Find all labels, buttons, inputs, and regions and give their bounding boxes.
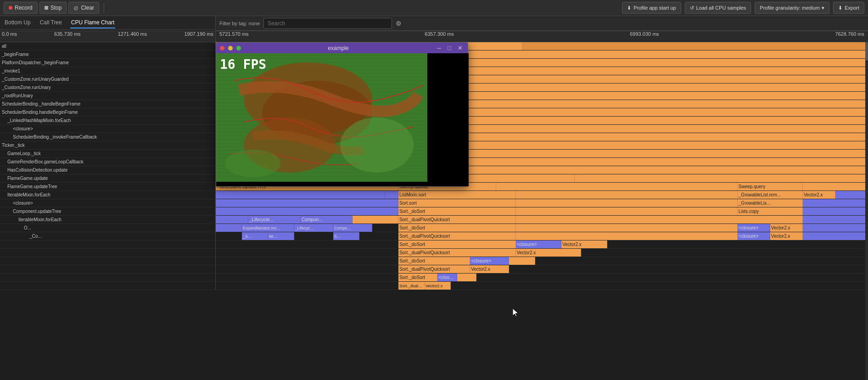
bar-vector2[interactable]: Vector2.x <box>770 224 803 232</box>
row-chart[interactable]: ListMixin.sort _GrowableList.rem... Vect… <box>216 191 868 199</box>
toolbar: Record Stop ⊘ Clear ⬇ Profile app start … <box>0 0 868 16</box>
bar[interactable] <box>216 199 398 207</box>
bar[interactable] <box>803 183 868 191</box>
stop-button[interactable]: Stop <box>39 2 67 14</box>
bar-closure2[interactable]: <closure> <box>738 224 770 232</box>
bar-vector5[interactable]: Vector2.x <box>516 249 581 257</box>
bar-closure3[interactable]: <closure> <box>738 232 770 240</box>
row-chart[interactable]: _Lifecycle... Compon... Sort._dualPivotQ… <box>216 216 868 224</box>
bar[interactable] <box>516 216 803 224</box>
bar-list-sort[interactable]: ListMixin.sort <box>398 191 516 199</box>
bar-expand-iter[interactable]: ExpandIterator.mo... <box>242 224 294 232</box>
bar-dualpivot4[interactable]: Sort._dualPivotQuicksort <box>398 265 470 274</box>
tab-cpu-flame-chart[interactable]: CPU Flame Chart <box>70 17 116 28</box>
table-row: _Co... _S... Ite... S... Sort._dualPivot… <box>0 232 868 240</box>
game-canvas: 16 FPS <box>216 53 469 186</box>
export-button[interactable]: ⬇ Export <box>833 2 864 14</box>
bar[interactable] <box>353 216 398 224</box>
bar-sweep-query[interactable]: Sweep.query <box>738 183 803 191</box>
bar-vector4[interactable]: Vector2.x <box>561 240 607 249</box>
bar[interactable] <box>803 199 868 207</box>
bar-closure6[interactable]: <closure> <box>437 274 457 282</box>
bar-sort-sort[interactable]: Sort.sort <box>398 199 516 207</box>
row-chart[interactable]: ExpandIterator.mo... _Lifecyc... Compo..… <box>216 224 868 232</box>
bar[interactable] <box>803 216 868 224</box>
bar-dosort5[interactable]: Sort._doSort <box>398 274 437 282</box>
bar-s[interactable]: _S... <box>242 232 268 240</box>
bar[interactable] <box>516 232 738 240</box>
bar[interactable] <box>516 207 738 216</box>
window-minimize-button[interactable]: ─ <box>436 45 442 51</box>
bar[interactable] <box>457 274 477 282</box>
bar-vector6[interactable]: Vector2.x <box>470 265 509 274</box>
tab-bottom-up[interactable]: Bottom Up <box>4 17 32 28</box>
toolbar-separator <box>104 3 104 13</box>
bar[interactable] <box>516 224 738 232</box>
row-chart[interactable]: _S... Ite... S... Sort._dualPivotQuickso… <box>216 232 868 240</box>
bar[interactable] <box>216 216 248 224</box>
bar-dosort4[interactable]: Sort._doSort <box>398 257 470 265</box>
record-button[interactable]: Record <box>4 2 38 14</box>
tab-call-tree[interactable]: Call Tree <box>39 17 63 28</box>
bar-dualpivot2[interactable]: Sort._dualPivotQuicksort <box>398 232 516 240</box>
bar-dosort2[interactable]: Sort._doSort <box>398 224 516 232</box>
window-maximize-dot[interactable] <box>236 46 241 50</box>
row-chart[interactable]: Sort._doSort <closure> Vector2.x <box>216 240 868 249</box>
load-cpu-button[interactable]: ↺ Load all CPU samples <box>685 2 751 14</box>
bar-dosort[interactable]: Sort._doSort <box>398 207 516 216</box>
bar[interactable] <box>216 224 242 232</box>
vertical-scrollbar[interactable] <box>865 42 868 380</box>
bar[interactable] <box>803 232 868 240</box>
bar-closure4[interactable]: <closure> <box>516 240 561 249</box>
bar-dosort3[interactable]: Sort._doSort <box>398 240 516 249</box>
bar[interactable] <box>803 207 868 216</box>
bar[interactable] <box>509 257 535 265</box>
bar-sortdual[interactable]: Sort._dualPi... <box>398 282 425 290</box>
window-close-button[interactable]: ✕ <box>456 45 464 51</box>
bar[interactable] <box>216 207 398 216</box>
bar-lifecycle2[interactable]: _Lifecyc... <box>294 224 333 232</box>
bar-vector[interactable]: Vector2.x <box>803 191 835 199</box>
profile-startup-button[interactable]: ⬇ Profile app start up <box>622 2 681 14</box>
bar-growable2[interactable]: _GrowableLis... <box>738 199 803 207</box>
granularity-dropdown[interactable]: Profile granularity: medium ▾ <box>755 2 829 14</box>
bar[interactable] <box>216 191 385 199</box>
bar-compon[interactable]: Compon... <box>301 216 353 224</box>
bar-dualpivot[interactable]: Sort._dualPivotQuicksort <box>398 216 516 224</box>
bar-s2[interactable]: S... <box>333 232 359 240</box>
overlay-window: example ─ □ ✕ <box>216 42 468 187</box>
row-chart[interactable]: Sort._dualPivotQuicksort Vector2.x <box>216 265 868 274</box>
bar[interactable] <box>496 183 738 191</box>
row-chart[interactable]: Sort._dualPi... Vector2.x <box>216 282 868 290</box>
bar-growable[interactable]: _GrowableList.rem... <box>738 191 803 199</box>
row-chart[interactable]: Sort._doSort <closure> <box>216 274 868 282</box>
bar[interactable] <box>803 224 868 232</box>
window-maximize-button[interactable]: □ <box>446 45 453 51</box>
export-icon: ⬇ <box>838 5 842 11</box>
clear-button[interactable]: ⊘ Clear <box>68 2 99 14</box>
row-chart[interactable]: Sort.sort _GrowableLis... <box>216 199 868 207</box>
bar[interactable] <box>575 174 868 183</box>
row-label: SchedulerBinding.handleBeginFrame <box>0 108 216 117</box>
settings-icon[interactable]: ⚙ <box>396 20 402 27</box>
search-input[interactable] <box>263 18 392 29</box>
bar[interactable] <box>522 42 868 50</box>
bar[interactable] <box>385 191 398 199</box>
bar[interactable] <box>516 191 738 199</box>
bar-compo2[interactable]: Compo... <box>333 224 372 232</box>
row-chart[interactable]: Sort._doSort Lists.copy <box>216 207 868 216</box>
row-label: _CustomZone.runUnaryGuarded <box>0 75 216 84</box>
window-close-dot[interactable] <box>220 46 224 50</box>
bar-lifecycle[interactable]: _Lifecycle... <box>248 216 301 224</box>
bar[interactable] <box>835 191 868 199</box>
bar-vector7[interactable]: Vector2.x <box>425 282 451 290</box>
row-chart[interactable]: Sort._doSort <closure> <box>216 257 868 265</box>
bar-ite[interactable]: Ite... <box>268 232 294 240</box>
bar-vector3[interactable]: Vector2.x <box>770 232 803 240</box>
bar-dualpivot3[interactable]: Sort._dualPivotQuicksort <box>398 249 516 257</box>
window-minimize-dot[interactable] <box>228 46 233 50</box>
bar[interactable] <box>516 199 738 207</box>
scrollbar-thumb[interactable] <box>865 42 868 61</box>
row-chart[interactable]: Sort._dualPivotQuicksort Vector2.x <box>216 249 868 257</box>
bar-lists-copy[interactable]: Lists.copy <box>738 207 803 216</box>
